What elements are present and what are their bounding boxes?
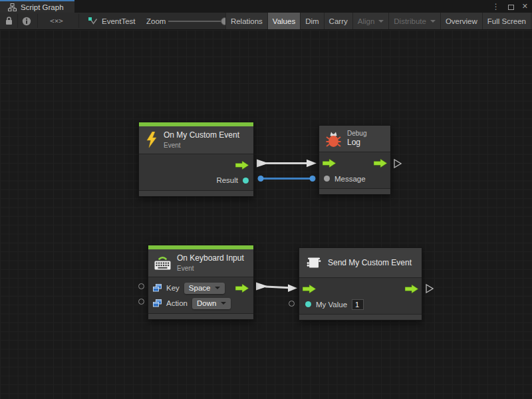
toolbar-separator (78, 14, 79, 28)
overview-button[interactable]: Overview (440, 13, 482, 29)
tab-script-graph[interactable]: Script Graph (0, 0, 74, 13)
relations-button[interactable]: Relations (225, 13, 267, 29)
fullscreen-button[interactable]: Full Screen (482, 13, 531, 29)
zoom-slider-track[interactable] (168, 21, 228, 22)
flow-connection-custom-event-to-log[interactable] (257, 160, 317, 168)
control-output-port[interactable] (235, 284, 249, 293)
distribute-button[interactable]: Distribute (388, 13, 440, 29)
lock-button[interactable] (5, 13, 13, 29)
result-port-label: Result (216, 176, 238, 184)
bug-icon (326, 130, 341, 148)
keyboard-icon (154, 255, 172, 271)
result-port[interactable] (243, 178, 249, 184)
key-port-label: Key (166, 284, 180, 292)
node-footer (139, 190, 253, 196)
control-input-port[interactable] (323, 159, 336, 168)
flow-arrow-hint (426, 284, 434, 293)
values-button[interactable]: Values (267, 13, 300, 29)
window-titlebar: Script Graph ⋮ ✕ (0, 0, 532, 13)
node-footer (148, 313, 253, 319)
lock-icon (5, 16, 13, 26)
node-title: Send My Custom Event (328, 258, 412, 267)
node-title: On My Custom Event (164, 130, 239, 141)
value-port-hint (138, 299, 144, 305)
align-button[interactable]: Align (352, 13, 389, 29)
graph-hierarchy-icon (8, 3, 17, 11)
chevron-down-icon (430, 20, 436, 23)
tab-title: Script Graph (21, 3, 64, 11)
node-debug-log[interactable]: Debug Log Message (319, 125, 391, 195)
maximize-icon[interactable] (508, 1, 514, 13)
connections-layer (0, 30, 532, 399)
my-value-port-label: My Value (316, 301, 347, 309)
node-on-my-custom-event[interactable]: On My Custom Event Event Result (138, 122, 254, 197)
lightning-icon (146, 132, 158, 148)
toolbar-separator (37, 14, 38, 28)
menu-icon[interactable]: ⋮ (492, 3, 500, 11)
my-value-port[interactable] (305, 301, 311, 307)
close-icon[interactable]: ✕ (522, 3, 528, 10)
graph-name: EventTest (102, 17, 136, 25)
chevron-down-icon (221, 302, 226, 305)
value-port-hint (289, 301, 295, 307)
value-connection-result-to-message[interactable] (258, 176, 316, 182)
graph-canvas[interactable]: On My Custom Event Event Result (0, 30, 532, 399)
toolbar-separator (17, 14, 18, 28)
node-send-my-custom-event[interactable]: Send My Custom Event My Value (299, 247, 422, 321)
my-value-input[interactable] (352, 299, 364, 310)
node-title: Log (347, 138, 366, 148)
info-button[interactable] (22, 13, 31, 29)
node-footer (319, 188, 390, 194)
node-title: On Keyboard Input (177, 253, 244, 264)
message-port[interactable] (324, 176, 330, 182)
action-dropdown[interactable]: Down (192, 298, 231, 309)
zoom-label: Zoom (146, 13, 166, 29)
value-port-hint (138, 283, 144, 289)
node-subtitle: Event (164, 141, 239, 150)
code-view-button[interactable]: <×> (47, 13, 66, 29)
graph-toolbar: <×> EventTest Zoom 1x Relations Values D… (0, 13, 532, 30)
flow-connection-keyboard-to-send[interactable] (256, 283, 297, 293)
chevron-down-icon (215, 287, 220, 289)
action-port-label: Action (166, 299, 188, 307)
control-output-port[interactable] (405, 285, 418, 293)
graph-breadcrumb[interactable]: EventTest (88, 13, 136, 29)
message-port-label: Message (334, 175, 366, 183)
enum-literal-icon (153, 299, 162, 307)
graph-asset-icon (88, 17, 98, 26)
node-subtitle: Event (177, 264, 244, 273)
info-icon (22, 17, 31, 26)
machine-icon (306, 255, 322, 270)
control-output-port[interactable] (235, 161, 249, 170)
control-input-port[interactable] (303, 285, 316, 293)
key-dropdown[interactable]: Space (184, 283, 225, 294)
code-icon: <×> (50, 17, 63, 25)
node-footer (299, 314, 422, 320)
enum-literal-icon (153, 284, 162, 292)
chevron-down-icon (378, 20, 384, 23)
node-category: Debug (347, 129, 366, 138)
carry-button[interactable]: Carry (324, 13, 352, 29)
flow-arrow-hint (394, 159, 402, 168)
node-on-keyboard-input[interactable]: On Keyboard Input Event Key Space (148, 245, 254, 320)
control-output-port[interactable] (374, 159, 387, 168)
dim-button[interactable]: Dim (300, 13, 323, 29)
